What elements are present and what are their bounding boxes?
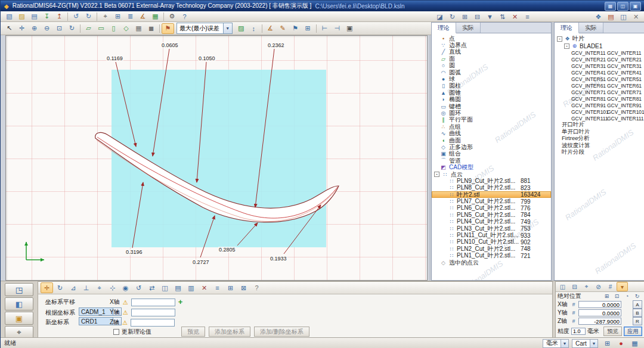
position-y-value[interactable]	[578, 309, 621, 316]
collapse-icon[interactable]: -	[557, 36, 562, 42]
side-view-icon[interactable]: ▯	[107, 23, 120, 34]
save-file-icon[interactable]: ▤	[28, 11, 41, 22]
align-right-icon[interactable]: ⊣	[331, 23, 343, 34]
layout-full-icon[interactable]: ▣	[630, 2, 641, 11]
collapse-icon[interactable]: -	[564, 44, 569, 49]
cs-load-icon[interactable]: ▥	[185, 282, 197, 293]
dimension-label[interactable]: 0.0605	[161, 42, 179, 48]
axis-y-input[interactable]	[131, 309, 175, 316]
gcv-section-row[interactable]: GCV_INTER11GCV_INTER11	[555, 49, 644, 56]
blade-analysis-item[interactable]: 叶片分段	[555, 149, 644, 156]
gcv-section-row[interactable]: GCV_INTER61GCV_INTER61	[555, 82, 644, 89]
cad-model-node[interactable]: ◩ CAD模型	[432, 164, 551, 170]
zero-position-icon[interactable]: ⊘	[593, 282, 604, 291]
goto-position-icon[interactable]: ⌖	[581, 282, 592, 291]
tab-blade-theoretical[interactable]: 理论	[555, 23, 579, 33]
cs-machine-icon[interactable]: ⊞	[224, 282, 237, 293]
expand-all-icon[interactable]: ⊞	[459, 11, 471, 22]
cs-mirror-icon[interactable]: ◫	[159, 282, 171, 293]
axis-b-button[interactable]: B	[633, 309, 642, 317]
pin-panel-icon[interactable]: ◪	[434, 11, 446, 22]
blade-root-node[interactable]: - ❖ 叶片	[555, 35, 644, 42]
cs-offset-icon[interactable]: ⇄	[145, 282, 158, 293]
report-icon[interactable]: ▦	[149, 11, 162, 22]
gcv-section-row[interactable]: GCV_INTER91GCV_INTER91	[555, 102, 644, 108]
program-editor-icon[interactable]: ≣	[124, 11, 137, 22]
export-report-icon[interactable]: ↥	[53, 11, 66, 22]
position-x-value[interactable]	[578, 301, 621, 308]
add-cs-button[interactable]: 添加坐标系	[209, 327, 250, 337]
annotation-icon[interactable]: ✎	[277, 23, 289, 34]
apply-button[interactable]: 应用	[624, 327, 642, 336]
selected-pointcloud-node[interactable]: ◇ 选中的点云	[432, 259, 551, 266]
position-z-value[interactable]	[578, 318, 621, 325]
part-coords-icon[interactable]: ⊡	[612, 292, 622, 300]
rotate-view-icon[interactable]: ↻	[66, 23, 78, 34]
blade1-node[interactable]: - ⊛ BLADE1	[555, 42, 644, 49]
zoom-in-icon[interactable]: ⊕	[28, 23, 41, 34]
top-view-icon[interactable]: ▭	[95, 23, 107, 34]
graphics-viewport[interactable]: 0.11690.06050.10500.23620.31960.27270.28…	[5, 35, 428, 281]
gcv-section-row[interactable]: GCV_INTER31GCV_INTER31	[555, 63, 644, 69]
dimension-label[interactable]: 0.2727	[192, 259, 210, 265]
measure-angle-icon[interactable]: ∡	[137, 11, 149, 22]
properties-icon[interactable]: ≡	[521, 11, 534, 22]
preview-cs-button[interactable]: 预览	[181, 327, 205, 337]
cs-translate-icon[interactable]: ✛	[41, 282, 53, 293]
axis-z-input[interactable]	[131, 319, 175, 327]
machine-coords-icon[interactable]: ⊞	[602, 292, 612, 300]
redo-icon[interactable]: ↻	[82, 11, 95, 22]
undo-icon[interactable]: ↺	[70, 11, 82, 22]
gcv-section-row[interactable]: GCV_INTER41GCV_INTER41	[555, 69, 644, 76]
panel-layout-icon[interactable]: ◫	[617, 11, 630, 22]
cs-plane-icon[interactable]: ⊿	[67, 282, 79, 293]
toolbox-button[interactable]: ▣	[5, 312, 33, 325]
tab-blade-actual[interactable]: 实际	[579, 23, 603, 33]
coordinate-mode-dropdown[interactable]: Cart ▼	[572, 339, 598, 348]
gcv-section-row[interactable]: GCV_INTER51GCV_INTER51	[555, 76, 644, 82]
settings-icon[interactable]: ⚙	[166, 11, 178, 22]
grid-toggle-icon[interactable]: ⊞	[302, 23, 314, 34]
tab-actual[interactable]: 实际	[456, 23, 481, 33]
coordinate-display-icon[interactable]: ⊞	[601, 338, 614, 348]
record-icon[interactable]: ●	[615, 338, 627, 348]
layout-two-icon[interactable]: ◫	[617, 2, 628, 11]
align-left-icon[interactable]: ⊢	[318, 23, 331, 34]
front-view-icon[interactable]: ▱	[82, 23, 95, 34]
select-cursor-icon[interactable]: ↖	[3, 23, 16, 34]
cs-delete-icon[interactable]: ✕	[198, 282, 210, 293]
capture-icon[interactable]: ▣	[343, 23, 356, 34]
gcv-section-row[interactable]: GCV_INTER21GCV_INTER21	[555, 56, 644, 63]
collapse-icon[interactable]: -	[434, 172, 439, 177]
checkbox-icon[interactable]	[113, 329, 119, 335]
unit-dropdown[interactable]: 毫米 ▼	[543, 339, 569, 348]
dimension-label[interactable]: 0.2805	[218, 247, 236, 253]
dimension-label[interactable]: 0.3196	[125, 249, 143, 255]
cs-origin-icon[interactable]: ⌖	[93, 282, 106, 293]
color-map-icon[interactable]: ▨	[235, 23, 247, 34]
import-model-icon[interactable]: ↧	[41, 11, 53, 22]
collapse-all-icon[interactable]: ⊟	[471, 11, 484, 22]
wireframe-icon[interactable]: ▦	[132, 23, 145, 34]
notebook-icon[interactable]: ▤	[605, 11, 617, 22]
deviation-label-icon[interactable]: ⚑	[162, 23, 174, 34]
cs-save-icon[interactable]: ▤	[172, 282, 184, 293]
open-file-icon[interactable]: ▨	[16, 11, 28, 22]
cs-iterative-icon[interactable]: ↺	[132, 282, 145, 293]
add-remove-cs-button[interactable]: 添加/删除坐标系	[254, 327, 309, 337]
probe-position-icon[interactable]: ▾	[617, 282, 628, 291]
tab-theoretical[interactable]: 理论	[432, 23, 456, 33]
cs-part-icon[interactable]: ⊠	[237, 282, 250, 293]
close-panel-icon[interactable]: ✕	[630, 11, 642, 22]
layout-one-icon[interactable]: ▦	[605, 2, 616, 11]
cs-help-icon[interactable]: ?	[250, 282, 263, 293]
axis-r-button[interactable]: R	[633, 317, 642, 325]
axis-x-input[interactable]	[131, 299, 175, 306]
cs-rotate-icon[interactable]: ↻	[54, 282, 66, 293]
gcv-section-row[interactable]: GCV_INTER81GCV_INTER81	[555, 95, 644, 102]
pan-view-icon[interactable]: ✛	[16, 23, 28, 34]
blade-module-icon[interactable]: ❖	[592, 11, 605, 22]
flag-all-icon[interactable]: ⚑	[289, 23, 302, 34]
new-session-icon[interactable]: ▧	[3, 11, 16, 22]
units-icon[interactable]: #	[605, 282, 616, 291]
